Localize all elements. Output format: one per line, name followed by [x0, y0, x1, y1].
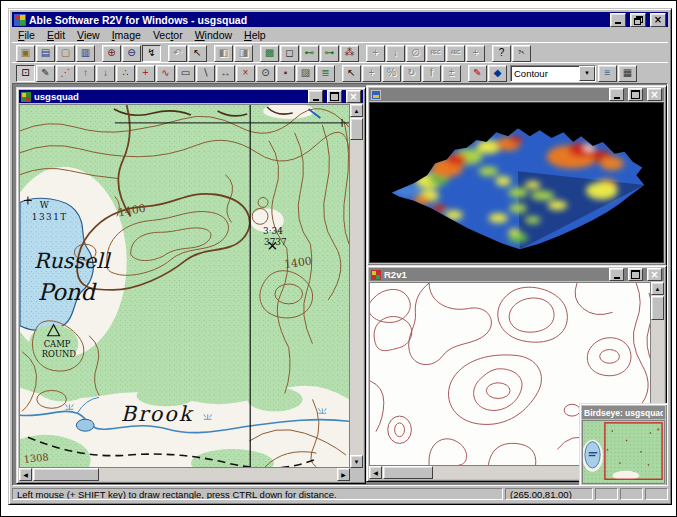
layer-dropdown[interactable]: Contour ▼	[510, 65, 596, 82]
r2v1-maximize-button[interactable]	[628, 268, 643, 281]
select-vertex-button[interactable]: ⊡	[16, 65, 35, 82]
dropdown-arrow-icon[interactable]: ▼	[579, 66, 595, 81]
delete-line-button[interactable]: ×	[236, 65, 255, 82]
horizontal-scroll-thumb[interactable]	[383, 466, 433, 479]
vector-nodes-button[interactable]: ⊶	[320, 45, 339, 62]
menu-file[interactable]: File	[12, 29, 41, 41]
save-vector-button[interactable]: ▥	[76, 45, 95, 62]
tool-g5-button[interactable]: ±	[442, 65, 461, 82]
smooth-line-button[interactable]: ∿	[156, 65, 175, 82]
app-window: Able Software R2V for Windows - usgsquad…	[8, 8, 672, 505]
zoom-out-button[interactable]: ⊖	[122, 45, 141, 62]
undo-button[interactable]: ↶	[168, 45, 187, 62]
join-lines-button[interactable]: ↔	[216, 65, 235, 82]
move-line-up-button[interactable]: ↑	[76, 65, 95, 82]
menu-image[interactable]: Image	[106, 29, 147, 41]
tool-g4-button[interactable]: f	[422, 65, 441, 82]
pan-track-button[interactable]: ↯	[142, 45, 161, 62]
move-vertex-button[interactable]: +	[136, 65, 155, 82]
usgsquad-close-button[interactable]: ×	[346, 90, 361, 103]
menu-edit[interactable]: Edit	[41, 29, 71, 41]
save-image-button[interactable]: ▤	[36, 45, 55, 62]
fill-pattern-button[interactable]: ▨	[296, 65, 315, 82]
window-frame-button[interactable]: ▦	[618, 65, 637, 82]
id-labels-button[interactable]: ≣	[316, 65, 335, 82]
usgsquad-maximize-button[interactable]	[327, 90, 342, 103]
next-image-button[interactable]: ◨	[234, 45, 253, 62]
usgsquad-horizontal-scrollbar[interactable]: ◀ ▶	[19, 468, 350, 481]
r2v1-close-button[interactable]: ×	[647, 268, 662, 281]
edit-node-button[interactable]: ∴	[116, 65, 135, 82]
image-frame-button[interactable]: ◻	[280, 45, 299, 62]
open-image-button[interactable]: ▣	[16, 45, 35, 62]
no-action-button[interactable]: ∅	[406, 45, 425, 62]
scroll-left-button[interactable]: ◀	[369, 466, 382, 479]
tool-g1-button[interactable]: +	[362, 65, 381, 82]
view3d-title-bar[interactable]: ×	[369, 88, 664, 101]
draw-rectangle-button[interactable]: ▭	[176, 65, 195, 82]
restore-button[interactable]	[630, 13, 646, 27]
birdseye-title-bar[interactable]: Birdseye: usgsquad	[582, 406, 665, 419]
scroll-up-button[interactable]: ▲	[350, 104, 363, 117]
abc-mode-button[interactable]: ABC	[446, 45, 465, 62]
context-help-button[interactable]: ?↖	[512, 45, 531, 62]
r2v1-minimize-button[interactable]	[609, 268, 624, 281]
scroll-left-button[interactable]: ◀	[19, 468, 32, 481]
topo-map-canvas[interactable]: Russell Pond Brook W 1331T CAMP ROUND 3·…	[19, 104, 350, 468]
vertical-scroll-thumb[interactable]	[350, 118, 363, 140]
terrain-3d-canvas[interactable]	[369, 102, 664, 263]
previous-image-button[interactable]: ◧	[214, 45, 233, 62]
window-birdseye[interactable]: Birdseye: usgsquad	[579, 403, 668, 486]
main-title-bar[interactable]: Able Software R2V for Windows - usgsquad…	[12, 12, 668, 27]
move-point-icon: +	[373, 48, 379, 58]
horizontal-scroll-thumb[interactable]	[33, 468, 99, 481]
view3d-close-button[interactable]: ×	[647, 88, 662, 101]
tool-g2-button[interactable]: %	[382, 65, 401, 82]
smooth-line-icon: ∿	[161, 68, 169, 78]
snap-vertices-button[interactable]: ⋰	[56, 65, 75, 82]
scroll-right-button[interactable]: ▶	[337, 468, 350, 481]
menu-vector[interactable]: Vector	[147, 29, 189, 41]
close-button[interactable]: ×	[650, 13, 666, 27]
scroll-up-button[interactable]: ▲	[651, 282, 664, 295]
birdseye-canvas[interactable]	[582, 420, 665, 484]
vertical-scroll-thumb[interactable]	[651, 296, 664, 320]
rec-mode-button[interactable]: REC	[426, 45, 445, 62]
draw-segment-button[interactable]: ∖	[196, 65, 215, 82]
window-3d-view[interactable]: ×	[366, 85, 667, 266]
marker-flag-button[interactable]: ▪	[276, 65, 295, 82]
image-display-button[interactable]: ▩	[260, 45, 279, 62]
select-pointer-button[interactable]: ↖	[188, 45, 207, 62]
status-pane-2	[620, 488, 643, 500]
color-pen-button[interactable]: ✎	[468, 65, 487, 82]
window-usgsquad[interactable]: usgsquad ×	[16, 87, 366, 484]
layer-tool-button[interactable]: ◆	[488, 65, 507, 82]
drop-point-button[interactable]: ↓	[386, 45, 405, 62]
draw-segment-icon: ∖	[202, 68, 208, 78]
vector-polyline-button[interactable]: ⊷	[300, 45, 319, 62]
view3d-maximize-button[interactable]	[628, 88, 643, 101]
line-list-button[interactable]: ≡	[598, 65, 617, 82]
pick-arrow-button[interactable]: ↖	[342, 65, 361, 82]
view3d-minimize-button[interactable]	[609, 88, 624, 101]
usgsquad-vertical-scrollbar[interactable]: ▲ ▼	[350, 104, 363, 468]
usgsquad-minimize-button[interactable]	[308, 90, 323, 103]
move-point-button[interactable]: +	[366, 45, 385, 62]
tool-g3-button[interactable]: ↻	[402, 65, 421, 82]
menu-help[interactable]: Help	[238, 29, 272, 41]
menu-view[interactable]: View	[71, 29, 106, 41]
open-vector-button[interactable]: ▢	[56, 45, 75, 62]
zoom-in-button[interactable]: ⊕	[102, 45, 121, 62]
align-tool-button[interactable]: +	[466, 45, 485, 62]
menu-window[interactable]: Window	[189, 29, 238, 41]
minimize-button[interactable]	[610, 13, 626, 27]
move-line-down-button[interactable]: ↓	[96, 65, 115, 82]
scroll-down-button[interactable]: ▼	[350, 455, 363, 468]
pan-track-icon: ↯	[147, 48, 155, 58]
help-button[interactable]: ?	[492, 45, 511, 62]
add-point-button[interactable]: ⊙	[256, 65, 275, 82]
vector-network-button[interactable]: ⁂	[340, 45, 359, 62]
usgsquad-title-bar[interactable]: usgsquad ×	[19, 90, 363, 103]
draw-line-button[interactable]: ✎	[36, 65, 55, 82]
r2v1-title-bar[interactable]: R2v1 ×	[369, 268, 664, 281]
